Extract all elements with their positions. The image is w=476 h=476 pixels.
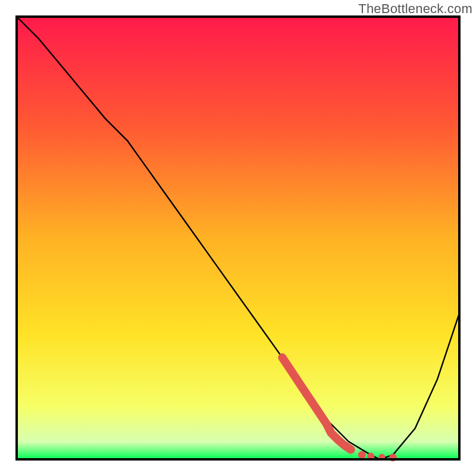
- chart-container: TheBottleneck.com: [0, 0, 476, 476]
- highlight-dot: [358, 451, 366, 459]
- watermark-text: TheBottleneck.com: [358, 1, 472, 17]
- plot-background: [17, 17, 459, 459]
- bottleneck-chart: [0, 0, 476, 476]
